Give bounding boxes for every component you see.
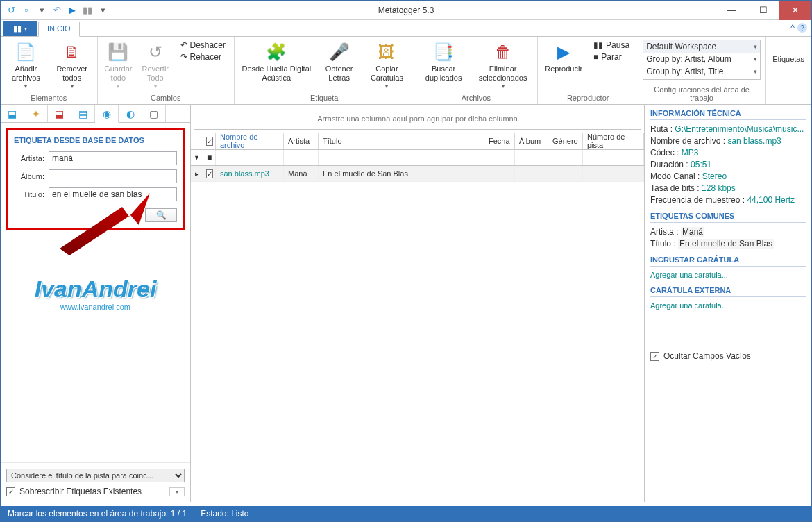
redo-small-icon: ↷: [180, 52, 187, 62]
pause-icon[interactable]: ▮▮: [81, 4, 94, 17]
add-files-button[interactable]: 📄Añadir archivos▾: [5, 40, 47, 91]
get-lyrics-button[interactable]: 🎤Obtener Letras: [319, 40, 360, 83]
add-embed-cover-link[interactable]: Agregar una caratula...: [650, 271, 806, 279]
title-input[interactable]: [49, 187, 177, 201]
find-duplicates-button[interactable]: 📑Buscar duplicados: [418, 40, 468, 83]
workspace-list[interactable]: Default Workspace▾ Group by: Artist, Alb…: [643, 40, 761, 80]
artist-input[interactable]: [49, 151, 177, 165]
undo-small-icon: ↶: [180, 40, 187, 50]
group-by-bar[interactable]: Arrastre una columna aquí para agrupar p…: [194, 108, 641, 130]
duplicates-icon: 📑: [432, 41, 455, 63]
tab-inicio[interactable]: INICIO: [38, 22, 80, 37]
stop-small-icon: ■: [593, 52, 598, 62]
left-tab-database[interactable]: ◉: [95, 105, 119, 123]
remove-all-button[interactable]: 🗎Remover todos▾: [51, 40, 93, 91]
file-tab[interactable]: ▮▮▾: [3, 21, 37, 36]
fingerprint-icon: 🧩: [265, 41, 287, 63]
col-title[interactable]: Título: [319, 133, 484, 149]
annotation-arrow-icon: [53, 193, 150, 255]
left-panel: ⬓ ✦ ⬓ ▤ ◉ ◐ ▢ ETIQUETA DESDE BASE DE DAT…: [1, 105, 191, 502]
info-samplerate: Frecuencia de muestreo : 44,100 Hertz: [650, 195, 806, 205]
col-album[interactable]: Álbum: [515, 133, 548, 149]
new-icon[interactable]: ▫: [20, 4, 33, 17]
hide-empty-label: Ocultar Campos Vacíos: [663, 351, 751, 361]
status-count: Marcar los elementos en el área de traba…: [8, 509, 187, 519]
common-tags-header: ETIQUETAS COMUNES: [650, 212, 806, 223]
close-button[interactable]: ×: [779, 1, 811, 20]
left-tab-1[interactable]: ⬓: [1, 105, 24, 122]
col-genre[interactable]: Género: [548, 133, 583, 149]
table-row[interactable]: ▸ ✓ san blass.mp3 Maná En el muelle de S…: [191, 166, 644, 182]
grid-filter-row: ▼ ■: [191, 150, 644, 166]
col-filename[interactable]: Nombre de archivo: [216, 133, 284, 149]
apply-button[interactable]: ▾: [169, 487, 185, 496]
main-area: ⬓ ✦ ⬓ ▤ ◉ ◐ ▢ ETIQUETA DESDE BASE DE DAT…: [1, 105, 811, 502]
overwrite-checkbox[interactable]: ✓: [6, 487, 15, 496]
group-etiquetas: Etiquetas: [766, 37, 811, 104]
undo-icon[interactable]: ↶: [51, 4, 63, 17]
workspace-item-artist-album: Group by: Artist, Album▾: [643, 53, 760, 65]
col-expand[interactable]: [191, 133, 203, 149]
undo-button[interactable]: ↶Deshacer: [176, 40, 230, 51]
group-archivos: 📑Buscar duplicados 🗑Eliminar seleccionad…: [414, 37, 538, 104]
left-tab-3[interactable]: ⬓: [48, 105, 71, 122]
help-icon[interactable]: ?: [797, 23, 807, 33]
qat-dropdown-icon[interactable]: ▾: [35, 4, 48, 17]
search-button[interactable]: 🔍: [145, 208, 177, 222]
col-date[interactable]: Fecha: [484, 133, 515, 149]
stop-button[interactable]: ■Parar: [589, 51, 634, 62]
filter-icon[interactable]: ▼: [191, 150, 203, 165]
album-label: Álbum:: [14, 172, 44, 180]
group-reproductor: ▶Reproducir ▮▮Pausa ■Parar Reproductor: [538, 37, 638, 104]
tags-button[interactable]: Etiquetas: [770, 40, 807, 65]
save-icon: 💾: [107, 41, 129, 63]
cell-filename[interactable]: san blass.mp3: [216, 166, 284, 181]
ribbon-collapse-icon[interactable]: ^: [790, 23, 795, 33]
redo-button[interactable]: ↷Rehacer: [176, 51, 230, 62]
embed-cover-header: INCRUSTAR CARÁTULA: [650, 255, 806, 267]
info-codec: Códec : MP3: [650, 148, 806, 158]
left-tab-4[interactable]: ▤: [71, 105, 95, 122]
album-input[interactable]: [49, 169, 177, 183]
left-tab-7[interactable]: ▢: [142, 105, 166, 122]
pause-button[interactable]: ▮▮Pausa: [589, 40, 634, 51]
left-bottom-controls: Considere el título de la pista para coi…: [1, 462, 190, 502]
col-check[interactable]: ✓: [203, 133, 216, 149]
match-mode-select[interactable]: Considere el título de la pista para coi…: [6, 469, 185, 482]
hide-empty-checkbox[interactable]: ✓: [650, 352, 659, 361]
add-external-cover-link[interactable]: Agregar una caratula...: [650, 301, 806, 310]
qat-customize-icon[interactable]: ▾: [96, 4, 109, 17]
row-indicator-icon: ▸: [191, 166, 203, 181]
play-icon[interactable]: ▶: [66, 4, 78, 17]
acoustic-fingerprint-button[interactable]: 🧩Desde Huella Digital Acústica: [239, 40, 314, 83]
watermark-logo: IvanAndrei www.ivanandrei.com: [1, 276, 190, 311]
refresh-icon[interactable]: ↺: [5, 4, 17, 17]
cell-title[interactable]: En el muelle de San Blas: [319, 166, 484, 181]
group-etiqueta: 🧩Desde Huella Digital Acústica 🎤Obtener …: [235, 37, 415, 104]
play-button[interactable]: ▶Reproducir: [542, 40, 585, 75]
delete-selected-button[interactable]: 🗑Eliminar seleccionados▾: [473, 40, 533, 91]
copy-covers-button[interactable]: 🖼Copiar Caratulas▾: [364, 40, 409, 91]
workspace-item-default: Default Workspace▾: [643, 40, 760, 53]
left-tab-strip: ⬓ ✦ ⬓ ▤ ◉ ◐ ▢: [1, 105, 190, 123]
database-tag-panel: ETIQUETA DESDE BASE DE DATOS Artista: Ál…: [6, 128, 185, 230]
ribbon: 📄Añadir archivos▾ 🗎Remover todos▾ Elemen…: [1, 37, 811, 105]
info-bitrate: Tasa de bits : 128 kbps: [650, 183, 806, 193]
minimize-button[interactable]: —: [716, 1, 747, 20]
group-workspace: Default Workspace▾ Group by: Artist, Alb…: [638, 37, 766, 104]
maximize-button[interactable]: ☐: [747, 1, 779, 20]
left-tab-6[interactable]: ◐: [119, 105, 142, 122]
cell-artist[interactable]: Maná: [284, 166, 319, 181]
ribbon-tabs: ▮▮▾ INICIO ^ ?: [1, 20, 811, 37]
window-title: Metatogger 5.3: [378, 6, 434, 15]
grid-header: ✓ Nombre de archivo Artista Título Fecha…: [191, 133, 644, 150]
row-checkbox[interactable]: ✓: [203, 166, 216, 181]
filter-check[interactable]: ■: [203, 150, 216, 165]
col-artist[interactable]: Artista: [284, 133, 319, 149]
tech-info-header: INFORMACIÓN TÉCNICA: [650, 109, 806, 120]
pause-small-icon: ▮▮: [593, 40, 603, 50]
col-track[interactable]: Número de pista: [583, 133, 644, 149]
left-tab-2[interactable]: ✦: [24, 105, 48, 122]
save-all-button[interactable]: 💾Guardar todo▾: [102, 40, 135, 91]
revert-all-button[interactable]: ↺Revertir Todo▾: [139, 40, 172, 91]
